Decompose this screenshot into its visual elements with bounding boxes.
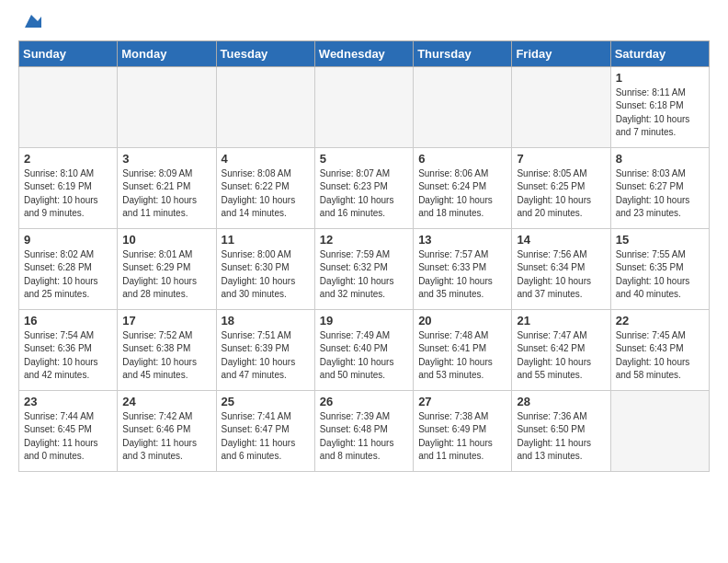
day-info: Sunrise: 8:00 AM Sunset: 6:30 PM Dayligh… bbox=[222, 248, 310, 302]
day-info: Sunrise: 8:02 AM Sunset: 6:28 PM Dayligh… bbox=[24, 248, 112, 302]
day-number: 23 bbox=[24, 395, 112, 408]
day-info: Sunrise: 7:44 AM Sunset: 6:45 PM Dayligh… bbox=[24, 410, 112, 464]
day-number: 28 bbox=[517, 395, 605, 408]
calendar-cell: 24Sunrise: 7:42 AM Sunset: 6:46 PM Dayli… bbox=[118, 390, 216, 471]
calendar-table: SundayMondayTuesdayWednesdayThursdayFrid… bbox=[18, 40, 710, 472]
calendar-cell: 8Sunrise: 8:03 AM Sunset: 6:27 PM Daylig… bbox=[610, 147, 709, 228]
day-info: Sunrise: 7:51 AM Sunset: 6:39 PM Dayligh… bbox=[222, 329, 310, 383]
week-row-4: 23Sunrise: 7:44 AM Sunset: 6:45 PM Dayli… bbox=[19, 390, 710, 471]
calendar-cell: 4Sunrise: 8:08 AM Sunset: 6:22 PM Daylig… bbox=[216, 147, 314, 228]
day-number: 17 bbox=[122, 314, 210, 327]
calendar-cell: 9Sunrise: 8:02 AM Sunset: 6:28 PM Daylig… bbox=[19, 228, 118, 309]
calendar-cell: 20Sunrise: 7:48 AM Sunset: 6:41 PM Dayli… bbox=[414, 309, 512, 390]
logo bbox=[18, 15, 41, 33]
day-number: 5 bbox=[320, 152, 408, 166]
calendar-cell: 12Sunrise: 7:59 AM Sunset: 6:32 PM Dayli… bbox=[314, 228, 413, 309]
day-number: 25 bbox=[222, 395, 310, 408]
day-number: 7 bbox=[517, 152, 605, 166]
day-number: 3 bbox=[122, 152, 210, 166]
logo-icon bbox=[21, 11, 41, 31]
day-number: 8 bbox=[616, 152, 704, 166]
day-number: 16 bbox=[24, 314, 112, 327]
svg-marker-0 bbox=[25, 15, 41, 28]
calendar-container: SundayMondayTuesdayWednesdayThursdayFrid… bbox=[0, 0, 728, 487]
calendar-cell: 10Sunrise: 8:01 AM Sunset: 6:29 PM Dayli… bbox=[118, 228, 216, 309]
day-info: Sunrise: 7:41 AM Sunset: 6:47 PM Dayligh… bbox=[222, 410, 310, 464]
calendar-cell: 2Sunrise: 8:10 AM Sunset: 6:19 PM Daylig… bbox=[19, 147, 118, 228]
calendar-cell: 28Sunrise: 7:36 AM Sunset: 6:50 PM Dayli… bbox=[512, 390, 610, 471]
week-row-2: 9Sunrise: 8:02 AM Sunset: 6:28 PM Daylig… bbox=[19, 228, 710, 309]
day-number: 12 bbox=[320, 233, 408, 247]
day-info: Sunrise: 7:57 AM Sunset: 6:33 PM Dayligh… bbox=[418, 248, 506, 302]
weekday-header-friday: Friday bbox=[512, 40, 610, 66]
day-info: Sunrise: 8:08 AM Sunset: 6:22 PM Dayligh… bbox=[222, 167, 310, 221]
weekday-header-sunday: Sunday bbox=[19, 40, 118, 66]
day-number: 22 bbox=[616, 314, 704, 327]
day-number: 1 bbox=[616, 71, 704, 85]
calendar-cell: 19Sunrise: 7:49 AM Sunset: 6:40 PM Dayli… bbox=[314, 309, 413, 390]
day-info: Sunrise: 7:47 AM Sunset: 6:42 PM Dayligh… bbox=[517, 329, 605, 383]
day-number: 21 bbox=[517, 314, 605, 327]
weekday-header-monday: Monday bbox=[118, 40, 216, 66]
calendar-cell: 22Sunrise: 7:45 AM Sunset: 6:43 PM Dayli… bbox=[610, 309, 709, 390]
calendar-cell bbox=[610, 390, 709, 471]
calendar-cell: 21Sunrise: 7:47 AM Sunset: 6:42 PM Dayli… bbox=[512, 309, 610, 390]
day-info: Sunrise: 8:03 AM Sunset: 6:27 PM Dayligh… bbox=[616, 167, 704, 221]
day-info: Sunrise: 7:59 AM Sunset: 6:32 PM Dayligh… bbox=[320, 248, 408, 302]
calendar-cell: 14Sunrise: 7:56 AM Sunset: 6:34 PM Dayli… bbox=[512, 228, 610, 309]
day-info: Sunrise: 8:05 AM Sunset: 6:25 PM Dayligh… bbox=[517, 167, 605, 221]
day-number: 20 bbox=[418, 314, 506, 327]
calendar-cell bbox=[19, 66, 118, 147]
day-info: Sunrise: 8:10 AM Sunset: 6:19 PM Dayligh… bbox=[24, 167, 112, 221]
calendar-cell: 11Sunrise: 8:00 AM Sunset: 6:30 PM Dayli… bbox=[216, 228, 314, 309]
day-info: Sunrise: 8:11 AM Sunset: 6:18 PM Dayligh… bbox=[616, 86, 704, 140]
day-info: Sunrise: 7:45 AM Sunset: 6:43 PM Dayligh… bbox=[616, 329, 704, 383]
day-info: Sunrise: 8:07 AM Sunset: 6:23 PM Dayligh… bbox=[320, 167, 408, 221]
header bbox=[18, 15, 710, 33]
calendar-cell bbox=[216, 66, 314, 147]
calendar-cell: 26Sunrise: 7:39 AM Sunset: 6:48 PM Dayli… bbox=[314, 390, 413, 471]
calendar-cell bbox=[414, 66, 512, 147]
day-info: Sunrise: 8:09 AM Sunset: 6:21 PM Dayligh… bbox=[122, 167, 210, 221]
calendar-cell: 18Sunrise: 7:51 AM Sunset: 6:39 PM Dayli… bbox=[216, 309, 314, 390]
day-number: 2 bbox=[24, 152, 112, 166]
calendar-cell: 5Sunrise: 8:07 AM Sunset: 6:23 PM Daylig… bbox=[314, 147, 413, 228]
calendar-cell: 6Sunrise: 8:06 AM Sunset: 6:24 PM Daylig… bbox=[414, 147, 512, 228]
weekday-header-wednesday: Wednesday bbox=[314, 40, 413, 66]
calendar-cell: 13Sunrise: 7:57 AM Sunset: 6:33 PM Dayli… bbox=[414, 228, 512, 309]
calendar-cell bbox=[512, 66, 610, 147]
day-info: Sunrise: 8:06 AM Sunset: 6:24 PM Dayligh… bbox=[418, 167, 506, 221]
day-number: 14 bbox=[517, 233, 605, 247]
week-row-3: 16Sunrise: 7:54 AM Sunset: 6:36 PM Dayli… bbox=[19, 309, 710, 390]
day-number: 6 bbox=[418, 152, 506, 166]
calendar-cell: 7Sunrise: 8:05 AM Sunset: 6:25 PM Daylig… bbox=[512, 147, 610, 228]
day-info: Sunrise: 7:55 AM Sunset: 6:35 PM Dayligh… bbox=[616, 248, 704, 302]
day-info: Sunrise: 7:48 AM Sunset: 6:41 PM Dayligh… bbox=[418, 329, 506, 383]
day-info: Sunrise: 7:38 AM Sunset: 6:49 PM Dayligh… bbox=[418, 410, 506, 464]
weekday-header-row: SundayMondayTuesdayWednesdayThursdayFrid… bbox=[19, 40, 710, 66]
day-number: 24 bbox=[122, 395, 210, 408]
day-info: Sunrise: 7:42 AM Sunset: 6:46 PM Dayligh… bbox=[122, 410, 210, 464]
day-number: 15 bbox=[616, 233, 704, 247]
day-number: 11 bbox=[222, 233, 310, 247]
weekday-header-tuesday: Tuesday bbox=[216, 40, 314, 66]
calendar-cell: 25Sunrise: 7:41 AM Sunset: 6:47 PM Dayli… bbox=[216, 390, 314, 471]
day-number: 18 bbox=[222, 314, 310, 327]
day-info: Sunrise: 7:39 AM Sunset: 6:48 PM Dayligh… bbox=[320, 410, 408, 464]
calendar-cell: 15Sunrise: 7:55 AM Sunset: 6:35 PM Dayli… bbox=[610, 228, 709, 309]
calendar-cell: 27Sunrise: 7:38 AM Sunset: 6:49 PM Dayli… bbox=[414, 390, 512, 471]
day-number: 27 bbox=[418, 395, 506, 408]
day-info: Sunrise: 8:01 AM Sunset: 6:29 PM Dayligh… bbox=[122, 248, 210, 302]
calendar-cell: 23Sunrise: 7:44 AM Sunset: 6:45 PM Dayli… bbox=[19, 390, 118, 471]
weekday-header-thursday: Thursday bbox=[414, 40, 512, 66]
day-number: 26 bbox=[320, 395, 408, 408]
day-number: 9 bbox=[24, 233, 112, 247]
calendar-cell: 3Sunrise: 8:09 AM Sunset: 6:21 PM Daylig… bbox=[118, 147, 216, 228]
calendar-cell bbox=[314, 66, 413, 147]
calendar-cell: 16Sunrise: 7:54 AM Sunset: 6:36 PM Dayli… bbox=[19, 309, 118, 390]
day-info: Sunrise: 7:56 AM Sunset: 6:34 PM Dayligh… bbox=[517, 248, 605, 302]
day-info: Sunrise: 7:49 AM Sunset: 6:40 PM Dayligh… bbox=[320, 329, 408, 383]
calendar-cell bbox=[118, 66, 216, 147]
day-info: Sunrise: 7:36 AM Sunset: 6:50 PM Dayligh… bbox=[517, 410, 605, 464]
week-row-0: 1Sunrise: 8:11 AM Sunset: 6:18 PM Daylig… bbox=[19, 66, 710, 147]
